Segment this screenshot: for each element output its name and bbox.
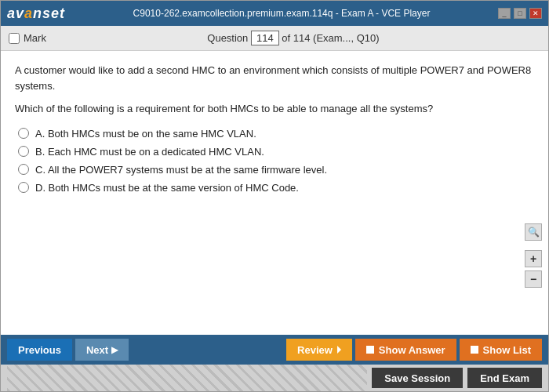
review-button[interactable]: Review	[286, 339, 352, 361]
radio-c[interactable]	[18, 164, 29, 175]
option-a-label: A. Both HMCs must be on the same HMC VLA…	[35, 128, 256, 140]
stripe-decoration	[7, 365, 367, 391]
next-label: Next	[86, 344, 108, 356]
end-exam-button[interactable]: End Exam	[467, 368, 542, 388]
next-button[interactable]: Next ▶	[75, 339, 129, 361]
title-bar: avanset C9010-262.examcollection.premium…	[1, 1, 548, 26]
question-label: Question	[207, 32, 248, 44]
logo-text: avanset	[7, 5, 65, 22]
question-info: Question 114 of 114 (Exam..., Q10)	[46, 31, 540, 45]
show-answer-icon	[366, 346, 374, 354]
option-b-label: B. Each HMC must be on a dedicated HMC V…	[35, 146, 264, 158]
toolbar: Mark Question 114 of 114 (Exam..., Q10)	[1, 26, 548, 51]
action-bar: Save Session End Exam	[1, 365, 548, 391]
nav-bar: Previous Next ▶ Review Show Answer Show …	[1, 335, 548, 365]
zoom-in-button[interactable]: +	[525, 250, 542, 267]
show-list-icon	[471, 346, 478, 354]
mark-checkbox-input[interactable]	[9, 33, 20, 44]
main-window: avanset C9010-262.examcollection.premium…	[0, 0, 549, 392]
logo: avanset	[7, 5, 65, 22]
logo-prefix: av	[7, 5, 24, 21]
close-button[interactable]: ✕	[529, 8, 542, 19]
show-answer-label: Show Answer	[379, 344, 445, 356]
next-arrow-icon: ▶	[111, 345, 118, 355]
option-c-label: C. All the POWER7 systems must be at the…	[35, 164, 327, 176]
window-controls: _ □ ✕	[498, 8, 542, 19]
radio-d[interactable]	[18, 182, 29, 193]
option-d-label: D. Both HMCs must be at the same version…	[35, 182, 299, 194]
radio-a[interactable]	[18, 128, 29, 139]
minimize-button[interactable]: _	[498, 8, 511, 19]
option-d[interactable]: D. Both HMCs must be at the same version…	[18, 182, 534, 194]
content-area: A customer would like to add a second HM…	[1, 51, 548, 335]
answer-options: A. Both HMCs must be on the same HMC VLA…	[15, 128, 534, 194]
radio-b[interactable]	[18, 146, 29, 157]
question-total: of 114 (Exam..., Q10)	[282, 32, 379, 44]
question-number: 114	[251, 31, 279, 45]
option-a[interactable]: A. Both HMCs must be on the same HMC VLA…	[18, 128, 534, 140]
previous-button[interactable]: Previous	[7, 339, 72, 361]
window-title: C9010-262.examcollection.premium.exam.11…	[65, 8, 498, 19]
show-answer-button[interactable]: Show Answer	[355, 339, 456, 361]
save-session-button[interactable]: Save Session	[372, 368, 463, 388]
option-c[interactable]: C. All the POWER7 systems must be at the…	[18, 164, 534, 176]
sidebar-controls: 🔍 + −	[525, 223, 542, 288]
show-list-label: Show List	[483, 344, 531, 356]
mark-label: Mark	[24, 32, 46, 44]
zoom-out-button[interactable]: −	[525, 270, 542, 288]
review-label: Review	[297, 344, 333, 356]
question-text-1: A customer would like to add a second HM…	[15, 63, 534, 93]
maximize-button[interactable]: □	[514, 8, 526, 19]
show-list-button[interactable]: Show List	[460, 339, 542, 361]
mark-checkbox[interactable]: Mark	[9, 32, 46, 44]
search-button[interactable]: 🔍	[525, 223, 542, 241]
option-b[interactable]: B. Each HMC must be on a dedicated HMC V…	[18, 146, 534, 158]
logo-highlight: a	[24, 5, 33, 21]
logo-suffix: nset	[33, 5, 65, 21]
question-text-2: Which of the following is a requirement …	[15, 101, 534, 117]
review-arrow-icon	[337, 346, 341, 354]
